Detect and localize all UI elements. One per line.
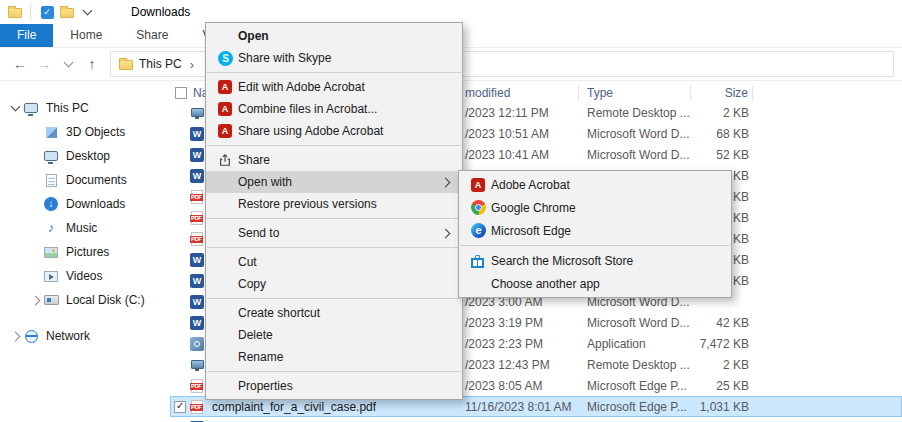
acrobat-icon — [218, 124, 232, 138]
row-checkbox[interactable] — [174, 401, 186, 413]
word-file-icon — [188, 294, 206, 310]
rdp-file-icon — [188, 357, 206, 373]
edge-icon — [471, 223, 486, 238]
context-menu-item-rename[interactable]: Rename — [206, 346, 462, 368]
context-menu-item-share[interactable]: Share — [206, 149, 462, 171]
context-menu-item-cut[interactable]: Cut — [206, 251, 462, 273]
context-menu-item-delete[interactable]: Delete — [206, 324, 462, 346]
recent-locations-button[interactable] — [56, 52, 80, 76]
acrobat-icon — [218, 80, 232, 94]
tab-file[interactable]: File — [0, 24, 53, 47]
3d-objects-icon — [42, 124, 60, 140]
location-folder-icon — [117, 56, 135, 72]
open-with-item-adobe-acrobat[interactable]: Adobe Acrobat — [459, 173, 731, 196]
file-row-cutoff[interactable] — [170, 417, 902, 422]
context-menu-item-create-shortcut[interactable]: Create shortcut — [206, 302, 462, 324]
disk-icon — [42, 292, 60, 308]
quick-access-check-button[interactable] — [37, 2, 57, 22]
chrome-icon — [471, 200, 486, 215]
app-file-icon — [188, 336, 206, 352]
pdf-file-icon — [188, 378, 206, 394]
context-menu-item-edit-with-adobe-acrobat[interactable]: Edit with Adobe Acrobat — [206, 76, 462, 98]
expander-icon[interactable] — [28, 297, 42, 304]
pdf-file-icon — [188, 210, 206, 226]
sidebar-item-videos[interactable]: Videos — [0, 264, 170, 288]
context-menu-item-share-with-skype[interactable]: Share with Skype — [206, 47, 462, 69]
menu-separator — [207, 371, 461, 372]
up-arrow-icon: ↑ — [89, 56, 96, 72]
sidebar-item-network[interactable]: Network — [0, 324, 170, 348]
downloads-icon — [42, 196, 60, 212]
videos-icon — [42, 268, 60, 284]
breadcrumb-this-pc[interactable]: This PC — [139, 57, 182, 71]
column-header-type[interactable]: Type — [579, 85, 691, 101]
sidebar-item-3d-objects[interactable]: 3D Objects — [0, 120, 170, 144]
sidebar-item-desktop[interactable]: Desktop — [0, 144, 170, 168]
submenu-arrow-icon — [441, 228, 451, 238]
word-file-icon — [188, 252, 206, 268]
expander-icon[interactable] — [8, 333, 22, 340]
context-menu: Open Share with Skype Edit with Adobe Ac… — [205, 22, 463, 400]
acrobat-icon — [218, 102, 232, 116]
word-file-icon — [188, 126, 206, 142]
check-icon — [41, 6, 54, 19]
tab-share[interactable]: Share — [119, 24, 185, 47]
open-with-item-google-chrome[interactable]: Google Chrome — [459, 196, 731, 219]
pdf-file-icon — [188, 189, 206, 205]
sidebar-item-local-disk-c[interactable]: Local Disk (C:) — [0, 288, 170, 312]
qat-divider — [30, 5, 31, 19]
word-file-icon — [188, 315, 206, 331]
explorer-window-icon — [6, 4, 24, 20]
open-with-submenu: Adobe Acrobat Google Chrome Microsoft Ed… — [458, 170, 732, 298]
share-icon — [218, 153, 238, 167]
pdf-file-icon — [188, 399, 206, 415]
desktop-icon — [42, 148, 60, 164]
pc-icon — [22, 100, 40, 116]
back-button[interactable]: ← — [8, 52, 32, 76]
menu-separator — [207, 145, 461, 146]
context-menu-item-share-using-adobe-acrobat[interactable]: Share using Adobe Acrobat — [206, 120, 462, 142]
word-file-icon — [188, 147, 206, 163]
word-file-icon — [188, 168, 206, 184]
breadcrumb[interactable]: This PC — [135, 57, 186, 71]
open-with-item-choose-another-app[interactable]: Choose another app — [459, 272, 731, 295]
music-icon — [42, 220, 60, 236]
sidebar-item-documents[interactable]: Documents — [0, 168, 170, 192]
network-icon — [22, 328, 40, 344]
context-menu-item-copy[interactable]: Copy — [206, 273, 462, 295]
quick-access-toolbar-dropdown[interactable] — [77, 2, 97, 22]
chevron-down-icon — [63, 58, 73, 68]
acrobat-icon — [471, 178, 485, 192]
sidebar-item-this-pc[interactable]: This PC — [0, 96, 170, 120]
sidebar-item-downloads[interactable]: Downloads — [0, 192, 170, 216]
column-header-date-modified[interactable]: modified — [455, 85, 579, 101]
submenu-arrow-icon — [441, 177, 451, 187]
menu-separator — [460, 245, 730, 246]
context-menu-item-properties[interactable]: Properties — [206, 375, 462, 397]
column-header-size[interactable]: Size — [691, 85, 753, 101]
menu-separator — [207, 247, 461, 248]
context-menu-item-open-with[interactable]: Open with — [206, 171, 462, 193]
quick-access-folder-button[interactable] — [57, 2, 77, 22]
forward-arrow-icon: → — [37, 56, 51, 72]
menu-separator — [207, 72, 461, 73]
sidebar-item-music[interactable]: Music — [0, 216, 170, 240]
folder-icon — [60, 8, 74, 18]
up-button[interactable]: ↑ — [80, 52, 104, 76]
context-menu-item-send-to[interactable]: Send to — [206, 222, 462, 244]
window-title: Downloads — [131, 5, 190, 19]
open-with-item-search-the-microsoft-store[interactable]: Search the Microsoft Store — [459, 249, 731, 272]
context-menu-item-restore-previous-versions[interactable]: Restore previous versions — [206, 193, 462, 215]
tab-home[interactable]: Home — [53, 24, 119, 47]
select-all-checkbox[interactable] — [175, 87, 187, 99]
navigation-pane: This PC 3D Objects Desktop Documents Dow… — [0, 84, 170, 422]
documents-icon — [42, 172, 60, 188]
open-with-item-microsoft-edge[interactable]: Microsoft Edge — [459, 219, 731, 242]
pdf-file-icon — [188, 231, 206, 247]
expander-icon[interactable] — [8, 106, 22, 110]
context-menu-item-open[interactable]: Open — [206, 25, 462, 47]
sidebar-item-pictures[interactable]: Pictures — [0, 240, 170, 264]
forward-button[interactable]: → — [32, 52, 56, 76]
context-menu-item-combine-files-in-acrobat[interactable]: Combine files in Acrobat... — [206, 98, 462, 120]
breadcrumb-chevron[interactable]: › — [186, 57, 198, 72]
